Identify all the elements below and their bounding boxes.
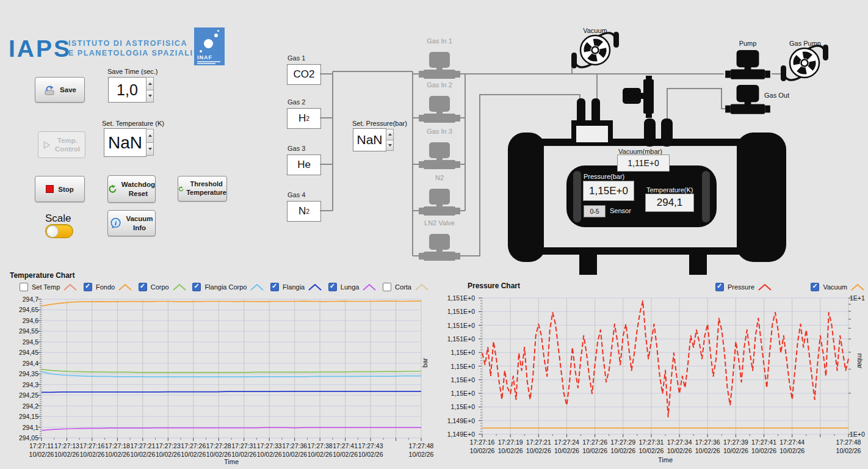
legend-label: Flangia — [283, 283, 305, 291]
pressure-bar-label: Pressure(bar) — [584, 173, 624, 180]
y-tick-label: 294,7 — [10, 296, 38, 303]
gas-in-1-label: Gas In 1 — [420, 37, 459, 45]
gas-in-1-valve[interactable] — [419, 52, 460, 79]
series-fondo — [42, 301, 421, 306]
y-tick-label: 294,5 — [10, 338, 38, 346]
watchdog-reset-button[interactable]: Watchdog Reset — [107, 175, 156, 203]
legend-line-sample — [758, 283, 773, 291]
y-tick-label: 1,15E+0 — [438, 376, 475, 384]
temperature-chart-xaxis-title: Time — [213, 458, 250, 465]
right-axis-bottom-label: 1E+0 — [850, 431, 865, 438]
sensor-range-selector[interactable]: 0-5 — [584, 205, 606, 217]
temperature-k-readout: 294,1 — [645, 194, 694, 212]
save-icon — [43, 85, 56, 95]
legend-checkbox-fondo[interactable] — [84, 283, 92, 291]
series-lunga — [42, 427, 421, 431]
legend-item: Vacuum — [811, 283, 866, 291]
x-tick-label: 17:27:4810/02/26 — [404, 442, 438, 459]
pressure-chart-xaxis-title: Time — [647, 456, 684, 464]
stop-button[interactable]: Stop — [35, 176, 85, 202]
threshold-label-2: Temperature — [186, 189, 226, 197]
pump-label: Pump — [734, 40, 761, 47]
legend-line-sample — [118, 283, 133, 291]
y-tick-label: 294,25 — [10, 391, 38, 399]
threshold-temperature-button[interactable]: Threshold Temperature — [178, 176, 227, 202]
legend-checkbox-pressure[interactable] — [715, 283, 724, 291]
legend-checkbox-flangia[interactable] — [270, 283, 279, 291]
n2-valve[interactable] — [419, 189, 460, 216]
legend-line-sample — [63, 283, 78, 291]
y-tick-label: 294,35 — [10, 370, 38, 377]
legend-item: Corta — [383, 283, 430, 291]
set-temperature-spinner — [146, 129, 154, 156]
y-tick-label: 1,149E+0 — [438, 431, 475, 438]
scale-toggle[interactable] — [45, 224, 73, 238]
legend-line-sample — [308, 283, 323, 291]
legend-label: Fondo — [96, 283, 115, 291]
inaf-logo-text: INAF — [197, 54, 212, 60]
gas-in-3-label: Gas In 3 — [420, 128, 459, 135]
scale-toggle-knob[interactable] — [46, 225, 59, 238]
inaf-logo-line — [197, 61, 220, 62]
pump-valve[interactable] — [725, 50, 770, 79]
temp-control-label-2: Control — [55, 145, 80, 153]
play-icon — [43, 141, 51, 149]
legend-line-sample — [173, 283, 187, 291]
legend-label: Vacuum — [823, 283, 847, 291]
y-tick-label: 1,15E+0 — [438, 390, 475, 397]
y-tick-label: 1,151E+0 — [438, 308, 475, 315]
set-temperature-increment-button[interactable] — [146, 129, 154, 142]
save-time-increment-button[interactable] — [146, 77, 154, 90]
legend-item: Lunga — [328, 283, 378, 291]
save-label: Save — [60, 86, 76, 93]
save-time-input[interactable]: 1,0 — [108, 77, 146, 103]
y-tick-label: 1,151E+0 — [438, 322, 475, 329]
iaps-logo: IAPS — [9, 37, 71, 60]
gas-pump-icon — [781, 45, 828, 81]
temperature-k-label: Temperature(K) — [646, 186, 693, 194]
legend-checkbox-corta[interactable] — [383, 283, 391, 291]
y-tick-label: 294,15 — [10, 413, 38, 420]
vacuum-info-button[interactable]: i Vacuum Info — [107, 210, 156, 236]
save-time-label: Save Time (sec.) — [107, 68, 158, 75]
ln2-valve[interactable] — [419, 234, 460, 261]
legend-item: Fondo — [84, 283, 133, 291]
main-window: IAPS ISTITUTO DI ASTROFISICA E PLANETOLO… — [0, 0, 868, 469]
legend-checkbox-flangia-corpo[interactable] — [192, 283, 201, 291]
x-tick-label: 17:27:4810/02/26 — [831, 438, 866, 455]
legend-item: Pressure — [715, 283, 773, 291]
stop-label: Stop — [58, 186, 74, 193]
pressure-chart-title: Pressure Chart — [468, 282, 520, 290]
gas-in-3-valve[interactable] — [419, 142, 460, 169]
set-temperature-input[interactable]: NaN — [104, 128, 146, 157]
legend-checkbox-corpo[interactable] — [139, 283, 147, 291]
pressure-chart-right-axis-title: mbar — [856, 353, 864, 368]
legend-checkbox-vacuum[interactable] — [811, 283, 819, 291]
set-temperature-decrement-button[interactable] — [146, 142, 154, 156]
gas-in-2-valve[interactable] — [419, 96, 460, 123]
y-tick-label: 1,151E+0 — [438, 294, 475, 302]
sensor-label: Sensor — [610, 207, 631, 214]
legend-checkbox-set-temp[interactable] — [20, 283, 28, 291]
y-tick-label: 294,3 — [10, 381, 38, 388]
vacuum-pump-label: Vacuum — [576, 27, 615, 34]
reset-arrow-icon — [108, 184, 117, 194]
legend-label: Flangia Corpo — [204, 283, 247, 291]
save-time-decrement-button[interactable] — [146, 90, 154, 103]
temp-control-button[interactable]: Temp. Control — [38, 131, 85, 158]
temp-control-label-1: Temp. — [57, 136, 78, 145]
series-corpo — [42, 369, 421, 373]
inaf-logo-dot — [204, 39, 213, 48]
ln2-valve-label: LN2 Valve — [420, 219, 459, 227]
legend-item: Set Temp — [20, 283, 78, 291]
series-pressure — [482, 301, 848, 417]
save-button[interactable]: Save — [35, 77, 85, 103]
y-tick-label: 294,05 — [10, 434, 38, 442]
legend-line-sample — [415, 283, 430, 291]
threshold-label-1: Threshold — [190, 180, 223, 189]
y-tick-label: 1,149E+0 — [438, 417, 475, 424]
legend-checkbox-lunga[interactable] — [328, 283, 337, 291]
gas-out-valve[interactable] — [725, 85, 770, 114]
pressure-chart-plot — [461, 295, 859, 439]
legend-label: Set Temp — [32, 283, 60, 291]
